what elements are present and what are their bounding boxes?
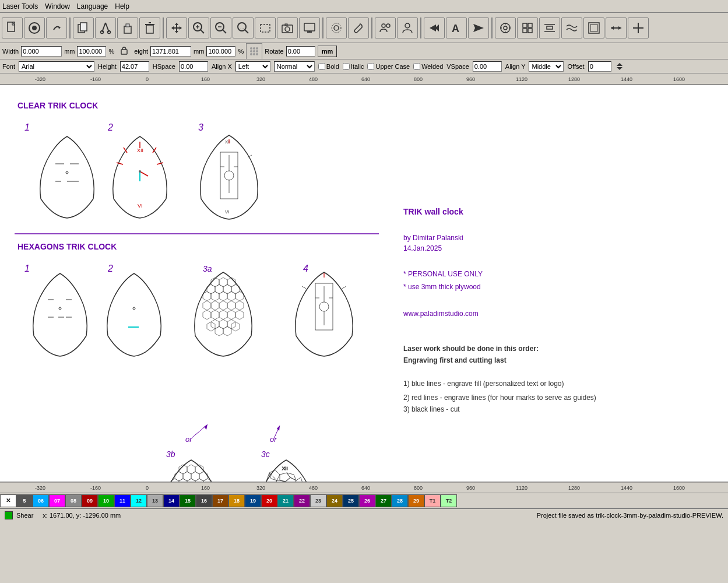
palette-color-5[interactable]: 5 (16, 494, 33, 507)
palette-color-29[interactable]: 29 (408, 494, 424, 507)
palette-color-14[interactable]: 14 (163, 494, 180, 507)
tool-copy[interactable] (73, 17, 94, 38)
tool-user[interactable] (397, 17, 418, 38)
svg-point-133 (133, 307, 135, 310)
tool-camera[interactable] (277, 17, 298, 38)
tool-select-rect[interactable] (255, 17, 276, 38)
mm-button[interactable]: mm (318, 45, 337, 57)
palette-color-t2[interactable]: T2 (441, 494, 457, 507)
scale-w-input[interactable] (77, 46, 106, 57)
canvas-area[interactable]: CLEAR TRIK CLOCK 1 2 XII VI 3 XII VI (0, 85, 728, 482)
palette-color-t1[interactable]: T1 (424, 494, 441, 507)
tool-wrench[interactable] (348, 17, 369, 38)
svg-text:2) red lines - engrave lines (: 2) red lines - engrave lines (for hour m… (403, 394, 596, 402)
palette-color-15[interactable]: 15 (180, 494, 196, 507)
palette-color-27[interactable]: 27 (375, 494, 392, 507)
palette-color-19[interactable]: 19 (245, 494, 261, 507)
tool-paste[interactable] (117, 17, 138, 38)
aligny-select[interactable]: Middle (529, 61, 564, 72)
svg-point-33 (285, 27, 290, 31)
tool-plus-cross[interactable] (628, 17, 649, 38)
welded-checkbox[interactable] (413, 63, 420, 70)
italic-checkbox[interactable] (343, 63, 350, 70)
svg-marker-3 (58, 26, 61, 29)
tool-arrows-h[interactable] (606, 17, 627, 38)
palette-color-24[interactable]: 24 (326, 494, 343, 507)
tool-cut[interactable] (95, 17, 116, 38)
tool-delete[interactable] (139, 17, 160, 38)
palette-no-color[interactable]: ✕ (0, 494, 16, 507)
font-height-input[interactable] (120, 61, 149, 72)
palette-color-08[interactable]: 08 (65, 494, 82, 507)
svg-marker-150 (219, 310, 227, 319)
bold-checkbox[interactable] (318, 63, 325, 70)
tool-new[interactable] (2, 17, 23, 38)
svg-marker-189 (199, 472, 208, 481)
palette-color-06[interactable]: 06 (33, 494, 49, 507)
palette-color-13[interactable]: 13 (147, 494, 163, 507)
tool-align-distribute[interactable] (539, 17, 560, 38)
scale-h-input[interactable] (206, 46, 235, 57)
tool-zoom-in[interactable] (188, 17, 209, 38)
palette-color-12[interactable]: 12 (131, 494, 147, 507)
tool-waves[interactable] (561, 17, 582, 38)
tool-text-a[interactable]: A (446, 17, 467, 38)
tool-redo[interactable] (46, 17, 67, 38)
offset-input[interactable] (588, 61, 611, 72)
svg-text:480: 480 (309, 76, 318, 82)
tool-move[interactable] (166, 17, 187, 38)
palette-color-23[interactable]: 23 (310, 494, 326, 507)
height-input[interactable] (150, 46, 191, 57)
palette-color-28[interactable]: 28 (392, 494, 408, 507)
properties-bar: Width mm % eight mm % Rotate mm (0, 43, 728, 59)
palette-color-18[interactable]: 18 (228, 494, 245, 507)
palette-color-22[interactable]: 22 (294, 494, 310, 507)
tool-arrow-right[interactable] (424, 17, 445, 38)
palette-color-26[interactable]: 26 (359, 494, 375, 507)
uppercase-checkbox[interactable] (367, 63, 374, 70)
svg-text:Engraving first and cutting la: Engraving first and cutting last (403, 356, 507, 364)
svg-marker-154 (203, 301, 211, 310)
tool-grid1[interactable] (517, 17, 538, 38)
palette-color-09[interactable]: 09 (82, 494, 98, 507)
palette-color-20[interactable]: 20 (261, 494, 277, 507)
svg-line-29 (245, 30, 248, 33)
alignx-select[interactable]: Left (235, 61, 270, 72)
palette-color-11[interactable]: 11 (114, 494, 131, 507)
palette-color-25[interactable]: 25 (343, 494, 359, 507)
vspace-input[interactable] (473, 61, 502, 72)
tool-monitor[interactable] (299, 17, 320, 38)
svg-point-40 (382, 24, 385, 27)
palette-color-10[interactable]: 10 (98, 494, 114, 507)
menu-window[interactable]: Window (45, 2, 70, 10)
tool-settings[interactable] (326, 17, 347, 38)
alignx-label: Align X (212, 63, 232, 70)
italic-label: Italic (351, 63, 364, 70)
svg-point-38 (334, 26, 339, 30)
menu-laser-tools[interactable]: Laser Tools (2, 2, 38, 10)
tool-zoom-out[interactable] (210, 17, 231, 38)
tool-screen2[interactable] (583, 17, 604, 38)
font-select[interactable]: Arial (19, 61, 94, 72)
svg-text:320: 320 (256, 485, 265, 491)
width-input[interactable] (21, 46, 62, 57)
palette-color-07[interactable]: 07 (49, 494, 65, 507)
tool-target[interactable] (495, 17, 516, 38)
hspace-input[interactable] (179, 61, 208, 72)
svg-point-47 (501, 23, 510, 33)
tool-zoom-fit[interactable]: ... (233, 17, 254, 38)
svg-marker-135 (219, 278, 227, 287)
menu-language[interactable]: Language (77, 2, 108, 10)
palette-color-21[interactable]: 21 (277, 494, 294, 507)
menu-help[interactable]: Help (115, 2, 129, 10)
svg-marker-146 (227, 301, 235, 310)
tool-open[interactable] (24, 17, 45, 38)
tool-group-users[interactable] (375, 17, 396, 38)
tool-send[interactable] (468, 17, 489, 38)
rotate-input[interactable] (286, 46, 315, 57)
svg-text:1: 1 (24, 264, 30, 273)
style-select[interactable]: Normal (274, 61, 315, 72)
welded-label: Welded (421, 63, 443, 70)
palette-color-17[interactable]: 17 (212, 494, 228, 507)
palette-color-16[interactable]: 16 (196, 494, 212, 507)
